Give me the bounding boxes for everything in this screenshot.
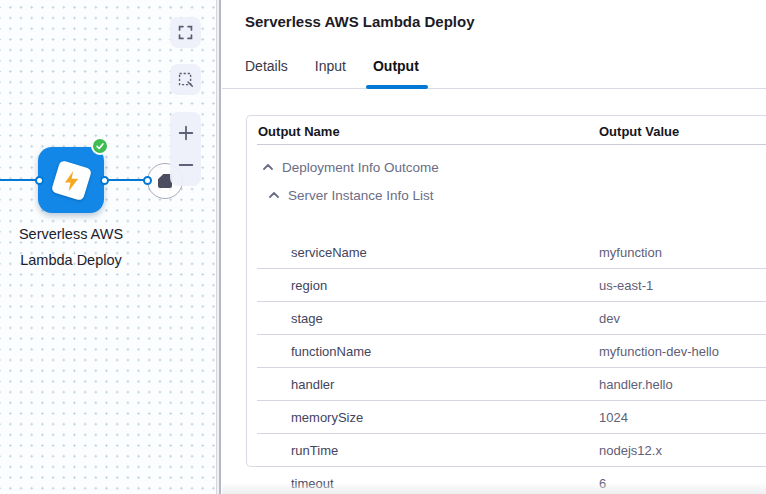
table-row: runTime nodejs12.x [247, 434, 766, 467]
step-node-serverless-lambda-deploy[interactable] [38, 147, 104, 213]
tab-bar: Details Input Output [245, 58, 419, 74]
lambda-diamond [50, 159, 91, 200]
table-row: region us-east-1 [247, 269, 766, 302]
node-port-right[interactable] [100, 176, 109, 185]
output-name: functionName [291, 344, 371, 359]
column-header-output-name: Output Name [258, 124, 340, 139]
output-value: myfunction [599, 245, 662, 260]
table-row: stage dev [247, 302, 766, 335]
output-name: serviceName [291, 245, 367, 260]
fullscreen-button[interactable] [170, 17, 201, 48]
tab-input[interactable]: Input [315, 58, 346, 74]
panel-bottom-fade [222, 482, 766, 494]
output-name: runTime [291, 443, 338, 458]
table-row: memorySize 1024 [247, 401, 766, 434]
status-success-badge [91, 137, 109, 155]
lambda-bolt-icon [60, 169, 82, 191]
table-row: functionName myfunction-dev-hello [247, 335, 766, 368]
step-node-label: Serverless AWS Lambda Deploy [0, 221, 151, 273]
zoom-out-button[interactable] [170, 152, 201, 178]
output-value: handler.hello [599, 377, 673, 392]
fullscreen-icon [177, 24, 194, 41]
tab-output[interactable]: Output [373, 58, 419, 74]
table-header-row: Output Name Output Value [247, 116, 766, 144]
output-name: region [291, 278, 327, 293]
table-header-rule [257, 144, 766, 145]
zoom-in-button[interactable] [170, 120, 201, 146]
zoom-out-icon [177, 156, 195, 174]
tab-details[interactable]: Details [245, 58, 288, 74]
zoom-in-icon [177, 124, 195, 142]
marquee-select-icon [177, 71, 194, 88]
output-name: handler [291, 377, 334, 392]
column-header-output-value: Output Value [599, 124, 679, 139]
step-detail-panel: Serverless AWS Lambda Deploy Details Inp… [222, 0, 766, 494]
end-node-port[interactable] [143, 176, 152, 185]
canvas-panel-divider[interactable] [216, 0, 222, 494]
output-value: myfunction-dev-hello [599, 344, 719, 359]
node-port-left[interactable] [35, 176, 44, 185]
zoom-controls [170, 112, 201, 186]
output-value: nodejs12.x [599, 443, 662, 458]
marquee-select-button[interactable] [170, 64, 201, 95]
app-window: Serverless AWS Lambda Deploy [0, 0, 766, 494]
table-row: handler handler.hello [247, 368, 766, 401]
chevron-up-icon[interactable] [268, 189, 280, 201]
chevron-up-icon[interactable] [262, 161, 274, 173]
group-row-deployment-info-outcome[interactable]: Deployment Info Outcome [247, 153, 766, 181]
tabs-divider [222, 88, 766, 89]
output-name: stage [291, 311, 323, 326]
page-title: Serverless AWS Lambda Deploy [245, 13, 475, 30]
check-icon [95, 141, 105, 151]
pipeline-canvas[interactable]: Serverless AWS Lambda Deploy [0, 0, 216, 494]
output-value: us-east-1 [599, 278, 653, 293]
output-name: memorySize [291, 410, 363, 425]
group-row-server-instance-info-list[interactable]: Server Instance Info List [247, 181, 766, 209]
active-tab-indicator [366, 85, 428, 89]
output-table-card: Output Name Output Value Deployment Info… [246, 115, 766, 467]
output-value: 1024 [599, 410, 628, 425]
edge-outgoing [106, 179, 148, 181]
group-label: Server Instance Info List [288, 188, 434, 203]
output-rows: serviceName myfunction region us-east-1 … [247, 236, 766, 494]
group-label: Deployment Info Outcome [282, 160, 439, 175]
output-value: dev [599, 311, 620, 326]
table-row: serviceName myfunction [247, 236, 766, 269]
edge-incoming [0, 179, 38, 181]
